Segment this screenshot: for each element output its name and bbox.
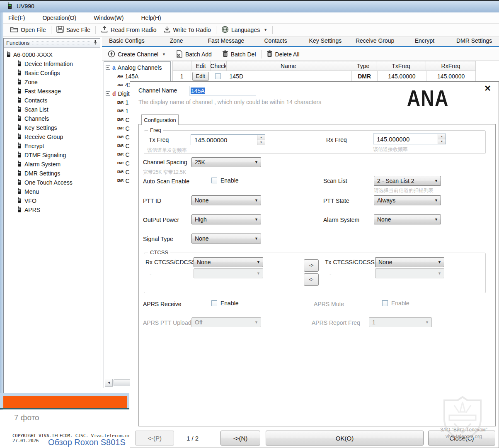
functions-tree-item[interactable]: APRS — [6, 205, 99, 214]
dmr-channel-icon: DMR — [117, 179, 123, 182]
chevron-down-icon: ▼ — [254, 198, 258, 202]
next-page-button[interactable]: ->(N) — [220, 431, 260, 446]
analog-channels-node[interactable]: a Analog Channels — [106, 63, 170, 72]
close-icon[interactable]: ✕ — [484, 84, 491, 93]
copy-to-tx-button[interactable]: -> — [304, 259, 319, 272]
scroll-left-icon[interactable]: ◄ — [105, 379, 113, 387]
delete-all-button[interactable]: Delete All — [263, 49, 303, 60]
alarm-system-select[interactable]: None▼ — [374, 214, 441, 224]
auto-scan-enable[interactable]: Enable — [211, 177, 239, 184]
save-file-button[interactable]: Save File — [53, 24, 94, 35]
menu-window[interactable]: Window(W) — [92, 14, 125, 22]
functions-tree-item[interactable]: Contacts — [6, 96, 99, 105]
tab-contacts[interactable]: Contacts — [251, 37, 300, 46]
ok-button[interactable]: OK(O) — [266, 431, 424, 446]
functions-tree-item[interactable]: Basic Configs — [6, 68, 99, 78]
functions-tree-item[interactable]: Menu — [6, 187, 99, 196]
tab-receive-group[interactable]: Receive Group — [350, 37, 400, 46]
tx-freq-input[interactable]: 145.000000 ▲▼ — [191, 134, 265, 145]
rx-freq-hint: 该信道接收频率 — [373, 146, 408, 153]
channel-spacing-select[interactable]: 25K▼ — [191, 157, 261, 167]
menu-help[interactable]: Help(H) — [139, 14, 162, 22]
tx-freq-hint: 该信道单发射频率 — [147, 147, 187, 154]
write-to-radio-button[interactable]: Write To Radio — [160, 24, 214, 36]
copy-to-rx-button[interactable]: <- — [304, 273, 319, 286]
tx-ctcss-select[interactable]: None▼ — [375, 257, 444, 267]
spin-up-icon: ▲ — [257, 135, 265, 140]
channel-name-input[interactable]: 145A — [189, 86, 256, 95]
tab-zone[interactable]: Zone — [152, 37, 201, 46]
functions-tree-item[interactable]: Key Settings — [6, 123, 99, 132]
rx-ctcss-select[interactable]: None▼ — [194, 257, 263, 267]
radio-icon — [17, 60, 22, 68]
languages-button[interactable]: Languages ▼ — [218, 24, 271, 36]
radio-icon — [17, 97, 22, 104]
aprs-receive-enable[interactable]: Enable — [211, 300, 239, 307]
functions-tree-item-label: APRS — [24, 207, 40, 213]
auto-scan-checkbox[interactable] — [211, 178, 217, 183]
signal-type-select[interactable]: None▼ — [191, 234, 261, 243]
toolbar-separator — [171, 50, 171, 58]
main-toolbar: Open File Save File Read From Radio Writ… — [3, 24, 499, 37]
channel-name-hint: The display name of channel , which only… — [138, 99, 321, 105]
functions-tree-item[interactable]: VFO — [6, 196, 99, 205]
functions-tree-item[interactable]: Channels — [6, 114, 99, 123]
functions-tree-item[interactable]: One Touch Access — [6, 178, 99, 187]
functions-tree-item[interactable]: Receive Group — [6, 132, 99, 141]
channel-spacing-label: Channel Spacing — [143, 159, 187, 166]
create-channel-button[interactable]: Create Channel ▼ — [104, 49, 169, 60]
menu-operation[interactable]: Operation(O) — [41, 14, 78, 22]
aprs-receive-checkbox[interactable] — [211, 300, 217, 306]
functions-tree-item[interactable]: DMR Settings — [6, 169, 99, 178]
functions-tree-item[interactable]: Alarm System — [6, 160, 99, 169]
tab-basic-configs[interactable]: Basic Configs — [102, 37, 152, 46]
radio-icon — [17, 142, 22, 150]
functions-tree-item[interactable]: Scan List — [6, 105, 99, 114]
dialog-close-button[interactable]: Close(C) — [428, 431, 495, 446]
col-check: Check — [211, 61, 227, 71]
tab-dmr-settings[interactable]: DMR Settings — [449, 37, 499, 46]
rx-freq-input[interactable]: 145.000000 ▲▼ — [373, 134, 446, 144]
tab-key-settings[interactable]: Key Settings — [300, 37, 350, 46]
read-from-radio-button[interactable]: Read From Radio — [97, 24, 160, 36]
chevron-down-icon: ▼ — [254, 320, 258, 324]
collapse-icon[interactable] — [106, 91, 110, 96]
tab-encrypt[interactable]: Encrypt — [400, 37, 450, 46]
dmr-channel-icon: DMR — [117, 170, 123, 173]
ptt-state-label: PTT State — [323, 197, 349, 204]
functions-tree-item[interactable]: Encrypt — [6, 141, 99, 151]
ptt-state-select[interactable]: Always▼ — [374, 195, 441, 205]
menu-file[interactable]: File(F) — [7, 14, 27, 22]
tx-ctcss-sub-select: ▼ — [375, 268, 444, 278]
scan-list-label: Scan List — [323, 178, 347, 184]
collapse-icon[interactable] — [106, 65, 110, 70]
functions-tree-item[interactable]: DTMF Signaling — [6, 151, 99, 160]
pin-icon[interactable] — [93, 40, 97, 46]
ptt-id-select[interactable]: None▼ — [191, 195, 261, 205]
col-txfreq: TxFreq — [376, 61, 426, 71]
row-edit-button[interactable]: Edit — [192, 72, 209, 81]
functions-tree-item[interactable]: Zone — [6, 78, 99, 87]
floppy-icon — [56, 26, 64, 34]
functions-tree-item[interactable]: Device Information — [6, 59, 99, 68]
channel-item-label: C — [125, 134, 129, 141]
functions-tree-root[interactable]: A6-0000-XXXX — [6, 50, 99, 59]
aprs-ptt-upload-select: Off▼ — [191, 317, 261, 327]
review-link[interactable]: Обзор Roxon S801S — [48, 438, 126, 447]
scan-list-hint: 请选择当前信道的扫描列表 — [374, 187, 434, 194]
prev-page-button[interactable]: <-(P) — [135, 431, 174, 446]
functions-tree-item-label: Scan List — [24, 106, 48, 113]
row-checkbox[interactable] — [215, 73, 221, 79]
tx-ctcss-sub-dash: - — [329, 270, 332, 277]
functions-tree-item[interactable]: Fast Message — [6, 87, 99, 96]
batch-del-button[interactable]: Batch Del — [219, 49, 259, 60]
batch-add-button[interactable]: Batch Add — [173, 49, 215, 60]
col-edit: Edit — [191, 61, 211, 71]
spin-up-icon: ▲ — [438, 134, 446, 139]
output-power-select[interactable]: High▼ — [191, 214, 261, 224]
analog-channel-item[interactable]: ANA 145A — [106, 72, 170, 80]
scan-list-select[interactable]: 2 - Scan List 2▼ — [374, 176, 441, 186]
open-file-button[interactable]: Open File — [7, 25, 49, 35]
tab-fast-message[interactable]: Fast Message — [201, 37, 251, 46]
tab-configuration[interactable]: Configuration — [141, 114, 179, 125]
